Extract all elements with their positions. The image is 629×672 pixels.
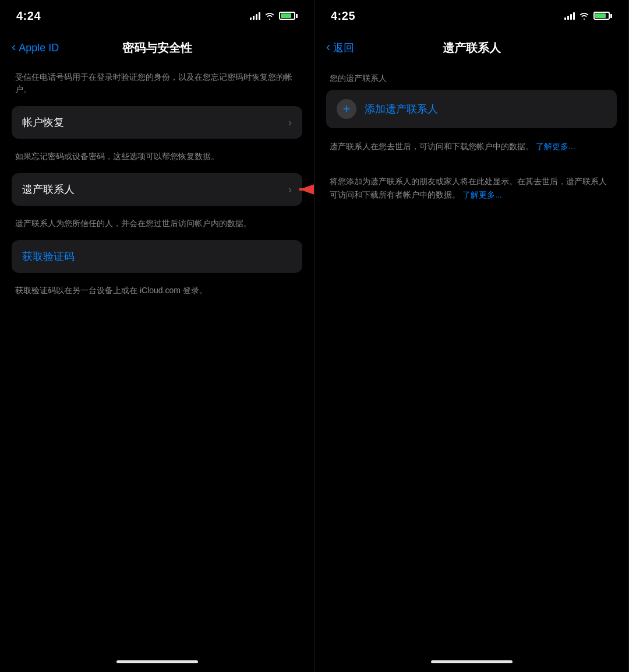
back-label-right: 返回 <box>333 41 354 55</box>
verification-code-desc: 获取验证码以在另一台设备上或在 iCloud.com 登录。 <box>12 277 302 307</box>
info-block-2: 将您添加为遗产联系人的朋友或家人将在此处显示。在其去世后，遗产联系人可访问和下载… <box>326 173 617 221</box>
legacy-contact-label: 遗产联系人 <box>22 182 75 196</box>
account-recovery-label: 帐户恢复 <box>22 115 64 129</box>
chevron-right-icon: › <box>288 117 292 129</box>
home-indicator-right <box>314 651 628 672</box>
status-bar-right: 4:25 <box>314 0 628 31</box>
nav-bar-right: ‹ 返回 遗产联系人 <box>314 31 628 64</box>
back-button-right[interactable]: ‹ 返回 <box>326 41 354 55</box>
learn-more-link-2[interactable]: 了解更多... <box>462 190 502 199</box>
add-icon-circle: + <box>337 99 356 119</box>
status-time-right: 4:25 <box>331 9 355 23</box>
back-label-left: Apple ID <box>19 42 59 54</box>
left-phone-panel: 4:24 ‹ Apple ID <box>0 0 314 672</box>
account-recovery-row[interactable]: 帐户恢复 › <box>12 106 302 139</box>
status-icons-left <box>250 12 298 20</box>
status-icons-right <box>564 12 612 20</box>
info-block-1: 遗产联系人在您去世后，可访问和下载您帐户中的数据。 了解更多... <box>326 138 617 173</box>
back-arrow-icon: ‹ <box>12 40 16 55</box>
section-label: 您的遗产联系人 <box>326 64 617 90</box>
content-left: 受信任电话号码用于在登录时验证您的身份，以及在您忘记密码时恢复您的帐户。 帐户恢… <box>0 64 314 651</box>
account-recovery-desc: 如果忘记密码或设备密码，这些选项可以帮您恢复数据。 <box>12 143 302 173</box>
page-title-left: 密码与安全性 <box>122 40 192 56</box>
legacy-contact-wrapper: 遗产联系人 › <box>12 173 302 206</box>
back-button-left[interactable]: ‹ Apple ID <box>12 41 59 55</box>
signal-icon-right <box>564 12 575 20</box>
top-description: 受信任电话号码用于在登录时验证您的身份，以及在您忘记密码时恢复您的帐户。 <box>12 64 302 106</box>
legacy-contact-desc: 遗产联系人为您所信任的人，并会在您过世后访问帐户内的数据。 <box>12 210 302 240</box>
learn-more-link-1[interactable]: 了解更多... <box>536 142 575 151</box>
signal-icon <box>250 12 260 20</box>
add-contact-label: 添加遗产联系人 <box>365 102 438 116</box>
page-title-right: 遗产联系人 <box>443 40 501 56</box>
red-arrow-annotation <box>294 178 314 201</box>
verification-code-label: 获取验证码 <box>22 249 75 263</box>
nav-bar-left: ‹ Apple ID 密码与安全性 <box>0 31 314 64</box>
legacy-contact-row[interactable]: 遗产联系人 › <box>12 173 302 206</box>
legacy-chevron-icon: › <box>288 184 292 196</box>
battery-icon-right <box>593 12 612 20</box>
info-text-2: 将您添加为遗产联系人的朋友或家人将在此处显示。在其去世后，遗产联系人可访问和下载… <box>330 175 613 201</box>
add-legacy-contact-button[interactable]: + 添加遗产联系人 <box>326 90 617 128</box>
home-bar-right <box>431 660 513 663</box>
wifi-icon <box>264 12 275 20</box>
home-indicator-left <box>0 651 314 672</box>
info-text-1: 遗产联系人在您去世后，可访问和下载您帐户中的数据。 了解更多... <box>330 140 613 153</box>
home-bar <box>116 660 198 663</box>
status-time-left: 4:24 <box>16 9 41 23</box>
battery-icon <box>279 12 298 20</box>
status-bar-left: 4:24 <box>0 0 314 31</box>
content-right: 您的遗产联系人 + 添加遗产联系人 遗产联系人在您去世后，可访问和下载您帐户中的… <box>314 64 628 651</box>
right-phone-panel: 4:25 ‹ 返回 <box>314 0 629 672</box>
plus-icon: + <box>343 103 351 115</box>
wifi-icon-right <box>579 12 589 20</box>
back-arrow-icon-right: ‹ <box>326 40 330 55</box>
verification-code-row[interactable]: 获取验证码 <box>12 240 302 273</box>
